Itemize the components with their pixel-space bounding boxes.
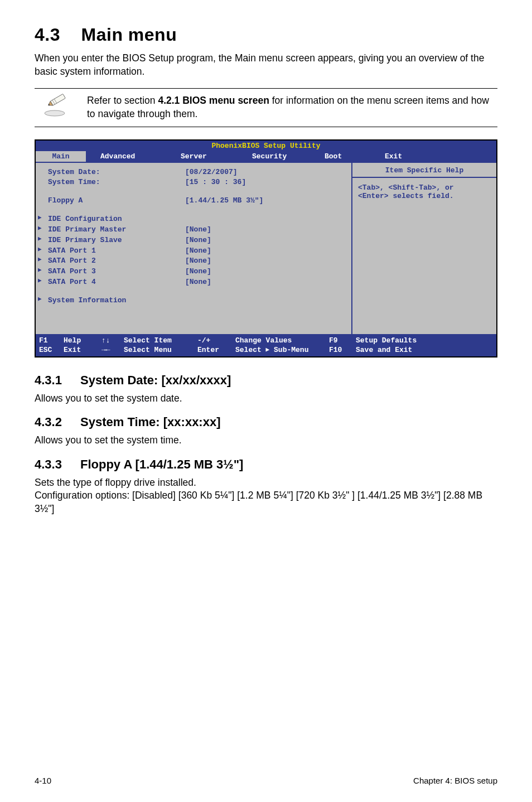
bios-label: IDE Primary Slave [48, 235, 185, 246]
bios-help-line2: <Enter> selects field. [358, 192, 491, 200]
bios-value: [None] [185, 267, 351, 277]
page-footer: 4-10 Chapter 4: BIOS setup [0, 776, 532, 785]
arrow-up-down-icon: ↑↓ [101, 336, 124, 346]
bios-row-time[interactable]: System Time: [15 : 30 : 36] [38, 177, 351, 188]
divider [35, 88, 497, 89]
triangle-right-icon: ▶ [38, 245, 48, 256]
bios-menu-bar: Main Advanced Server Security Boot Exit [36, 151, 496, 162]
bios-menu-exit[interactable]: Exit [377, 151, 496, 162]
bios-value: [1.44/1.25 MB 3½"] [185, 196, 351, 206]
bios-value: [None] [185, 246, 351, 257]
bios-label: SATA Port 2 [48, 256, 185, 267]
bios-screenshot: PhoenixBIOS Setup Utility Main Advanced … [35, 139, 497, 357]
bios-body: System Date: [08/22/2007] System Time: [… [36, 162, 496, 334]
subsection-body: Allows you to set the system time. [35, 434, 497, 447]
svg-rect-1 [50, 94, 65, 106]
bios-label: SATA Port 3 [48, 267, 185, 277]
bios-label: IDE Configuration [48, 214, 185, 225]
note-prefix: Refer to section [87, 95, 158, 106]
bios-menu-advanced[interactable]: Advanced [86, 151, 172, 162]
bios-row-floppy[interactable]: Floppy A [1.44/1.25 MB 3½"] [38, 196, 351, 206]
subsection-title: System Time: [xx:xx:xx] [80, 415, 221, 429]
bios-row-item[interactable]: ▶SATA Port 1[None] [38, 246, 351, 257]
subsection-body: Sets the type of floppy drive installed.… [35, 476, 497, 516]
triangle-right-icon: ▶ [38, 277, 48, 287]
section-heading: 4.3 Main menu [35, 25, 497, 45]
triangle-right-icon: ▶ [38, 255, 48, 266]
footer-key: Enter [197, 346, 235, 355]
bios-menu-main[interactable]: Main [36, 151, 86, 162]
triangle-right-icon: ▶ [38, 266, 48, 277]
subsection-number: 4.3.1 [35, 373, 80, 388]
footer-key: -/+ [197, 336, 235, 346]
bios-footer: F1 Help ↑↓ Select Item -/+ Change Values… [36, 334, 496, 356]
bios-arrow-blank [38, 167, 48, 178]
bios-menu-server[interactable]: Server [172, 151, 243, 162]
subsection-number: 4.3.3 [35, 457, 80, 472]
subsection-heading: 4.3.1System Date: [xx/xx/xxxx] [35, 373, 497, 388]
pencil-note-icon [43, 93, 72, 119]
note-text: Refer to section 4.2.1 BIOS menu screen … [87, 94, 497, 120]
bios-row-item[interactable]: ▶IDE Configuration [38, 214, 351, 225]
bios-value: [None] [185, 225, 351, 235]
subsection-body: Allows you to set the system date. [35, 392, 497, 405]
bios-value [185, 214, 351, 225]
footer-desc: Select Item [124, 336, 197, 346]
triangle-right-icon: ▶ [38, 235, 48, 245]
bios-left-pane: System Date: [08/22/2007] System Time: [… [36, 162, 351, 334]
bios-help-header: Item Specific Help [352, 163, 496, 178]
bios-value: [None] [185, 277, 351, 288]
heading-title: Main menu [81, 25, 177, 45]
footer-key: F1 [39, 336, 64, 346]
bios-menu-boot[interactable]: Boot [319, 151, 377, 162]
bios-value: [08/22/2007] [185, 167, 351, 178]
bios-label: IDE Primary Master [48, 225, 185, 235]
bios-help-line1: <Tab>, <Shift-Tab>, or [358, 183, 491, 192]
svg-point-0 [45, 110, 65, 116]
bios-value: [None] [185, 235, 351, 246]
footer-desc: Select ▶ Sub-Menu [235, 346, 329, 355]
bios-label: System Information [48, 296, 185, 306]
note-block: Refer to section 4.2.1 BIOS menu screen … [35, 94, 497, 120]
bios-label: System Time: [48, 177, 185, 188]
bios-value: [None] [185, 256, 351, 267]
subsection-title: Floppy A [1.44/1.25 MB 3½"] [80, 457, 243, 472]
subsection-title: System Date: [xx/xx/xxxx] [80, 373, 231, 388]
footer-desc: Select Menu [124, 346, 197, 355]
bios-label: System Date: [48, 167, 185, 178]
bios-row-sysinfo[interactable]: ▶ System Information [38, 296, 351, 306]
chapter-label: Chapter 4: BIOS setup [413, 776, 497, 785]
note-bold: 4.2.1 BIOS menu screen [158, 95, 269, 106]
footer-action: Help [64, 336, 101, 346]
heading-number: 4.3 [35, 25, 60, 45]
bios-row-item[interactable]: ▶IDE Primary Slave[None] [38, 235, 351, 246]
triangle-right-icon: ▶ [38, 214, 48, 224]
footer-desc: Save and Exit [356, 346, 493, 355]
bios-row-item[interactable]: ▶SATA Port 4[None] [38, 277, 351, 288]
bios-row-item[interactable]: ▶IDE Primary Master[None] [38, 225, 351, 235]
footer-action: Exit [64, 346, 101, 355]
intro-paragraph: When you enter the BIOS Setup program, t… [35, 52, 497, 78]
triangle-right-icon: ▶ [266, 346, 270, 353]
bios-label: Floppy A [48, 196, 185, 206]
bios-row-item[interactable]: ▶SATA Port 2[None] [38, 256, 351, 267]
subsection-heading: 4.3.3Floppy A [1.44/1.25 MB 3½"] [35, 457, 497, 472]
footer-desc: Change Values [235, 336, 329, 346]
subsection-heading: 4.3.2System Time: [xx:xx:xx] [35, 415, 497, 429]
bios-label: SATA Port 1 [48, 246, 185, 257]
bios-title: PhoenixBIOS Setup Utility [36, 141, 496, 151]
bios-menu-security[interactable]: Security [243, 151, 319, 162]
bios-row-item[interactable]: ▶SATA Port 3[None] [38, 267, 351, 277]
bios-row-date[interactable]: System Date: [08/22/2007] [38, 167, 351, 178]
footer-key: ESC [39, 346, 64, 355]
triangle-right-icon: ▶ [38, 224, 48, 235]
bios-help-pane: Item Specific Help <Tab>, <Shift-Tab>, o… [351, 162, 496, 334]
triangle-right-icon: ▶ [38, 295, 48, 306]
footer-key: F9 [329, 336, 356, 346]
subsection-number: 4.3.2 [35, 415, 80, 429]
footer-key: F10 [329, 346, 356, 355]
footer-desc: Setup Defaults [356, 336, 493, 346]
page-number: 4-10 [35, 776, 51, 785]
arrow-right-left-icon: →← [101, 346, 124, 355]
bios-label: SATA Port 4 [48, 277, 185, 288]
